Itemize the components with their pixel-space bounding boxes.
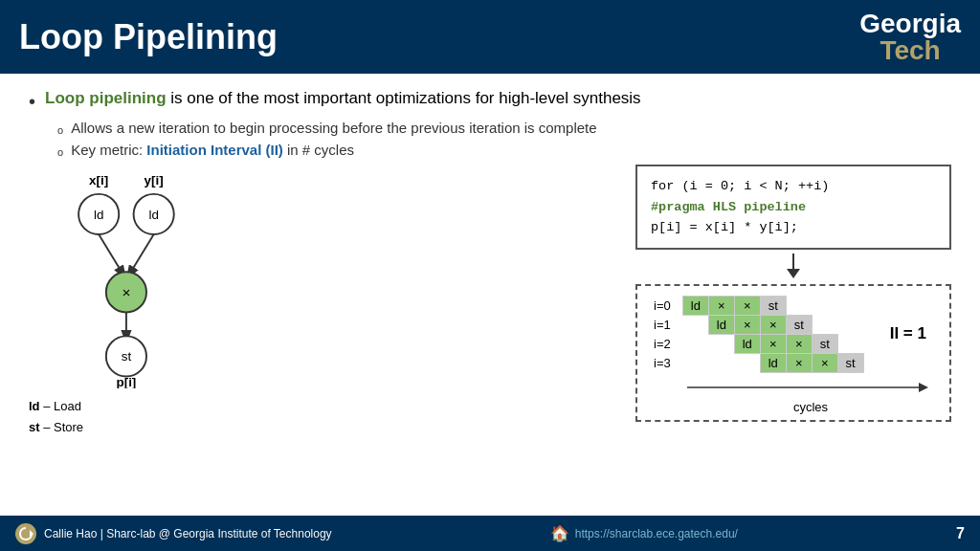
sub-bullet-dot-2: o	[57, 144, 63, 161]
bullet-dot: •	[29, 89, 35, 114]
dataflow-svg: x[i] y[i] ld ld × st p[i]	[29, 168, 220, 388]
slide-title: Loop Pipelining	[19, 17, 278, 57]
svg-text:y[i]: y[i]	[145, 173, 164, 187]
svg-text:×: ×	[122, 284, 130, 300]
svg-line-7	[128, 234, 154, 276]
cell-empty-0c	[837, 296, 863, 315]
cell-x-0a: ×	[708, 296, 734, 315]
svg-marker-18	[919, 383, 928, 392]
ii-label: II = 1	[879, 324, 926, 342]
sub-bullet-dot-1: o	[57, 122, 63, 139]
cell-x-3a: ×	[786, 353, 812, 372]
gt-logo-line1: Georgia	[859, 11, 961, 37]
code-container: for (i = 0; i < N; ++i) #pragma HLS pipe…	[635, 165, 951, 250]
highlight-loop-pipelining: Loop pipelining	[45, 89, 167, 107]
svg-line-6	[99, 234, 124, 276]
footer-author: Callie Hao | Sharc-lab @ Georgia Institu…	[44, 527, 332, 540]
cell-ld-3: ld	[760, 353, 786, 372]
svg-text:p[i]: p[i]	[116, 375, 136, 388]
footer-url: https://sharclab.ece.gatech.edu/	[575, 527, 738, 540]
footer-page: 7	[956, 525, 965, 542]
row-label-2: i=2	[651, 334, 682, 353]
main-bullet-1: • Loop pipelining is one of the most imp…	[29, 87, 951, 114]
cell-x-1b: ×	[760, 315, 786, 334]
code-line-3: p[i] = x[i] * y[i];	[651, 217, 936, 238]
code-box: for (i = 0; i < N; ++i) #pragma HLS pipe…	[635, 165, 951, 422]
code-line-1: for (i = 0; i < N; ++i)	[651, 176, 936, 197]
cell-empty-1b	[812, 315, 837, 334]
svg-text:ld: ld	[148, 208, 158, 222]
svg-marker-16	[787, 269, 800, 278]
svg-text:x[i]: x[i]	[89, 173, 108, 187]
loop-icon	[18, 526, 33, 541]
sub-bullet-2: o Key metric: Initiation Interval (II) i…	[57, 140, 951, 162]
cycles-arrow-svg	[685, 379, 934, 396]
sub-bullet-text-1: Allows a new iteration to begin processi…	[71, 118, 596, 140]
cell-x-2a: ×	[760, 334, 786, 353]
cell-empty-1c	[837, 315, 863, 334]
cell-x-1a: ×	[734, 315, 760, 334]
svg-text:st: st	[122, 349, 132, 364]
cell-empty-1a	[682, 315, 708, 334]
code-line-2: #pragma HLS pipeline	[651, 197, 936, 218]
row-label-3: i=3	[651, 353, 682, 372]
cell-st-0: st	[760, 296, 786, 315]
sub-bullets: o Allows a new iteration to begin proces…	[57, 118, 951, 161]
cell-ld-2: ld	[734, 334, 760, 353]
main-bullet-text: Loop pipelining is one of the most impor…	[45, 87, 641, 110]
cell-empty-3c	[734, 353, 760, 372]
down-arrow	[635, 253, 951, 280]
row-label-0: i=0	[651, 296, 682, 315]
header: Loop Pipelining Georgia Tech	[0, 0, 980, 74]
row-label-1: i=1	[651, 315, 682, 334]
pipeline-table: i=0 ld × × st II = 1 i=1	[651, 296, 936, 373]
svg-text:ld: ld	[94, 208, 103, 222]
sub-bullet-text-2: Key metric: Initiation Interval (II) in …	[71, 140, 354, 162]
cell-ld-1: ld	[708, 315, 734, 334]
cell-empty-3b	[708, 353, 734, 372]
cycles-label: cycles	[685, 400, 936, 414]
dataflow-graph: x[i] y[i] ld ld × st p[i]	[29, 168, 220, 438]
cell-empty-2b	[708, 334, 734, 353]
footer-right: 🏠 https://sharclab.ece.gatech.edu/	[550, 524, 738, 542]
footer-logo-icon	[15, 523, 36, 544]
home-icon: 🏠	[550, 524, 569, 542]
cell-x-3b: ×	[812, 353, 837, 372]
cell-empty-0b	[812, 296, 837, 315]
cell-ld-0: ld	[682, 296, 708, 315]
cell-empty-2c	[837, 334, 863, 353]
cell-x-0b: ×	[734, 296, 760, 315]
sub-bullet-1: o Allows a new iteration to begin proces…	[57, 118, 951, 140]
gt-logo: Georgia Tech	[859, 11, 961, 64]
legend: ld – Load st – Store	[29, 396, 220, 438]
legend-st: st – Store	[29, 417, 220, 438]
cell-empty-3a	[682, 353, 708, 372]
main-content: • Loop pipelining is one of the most imp…	[0, 74, 980, 516]
footer-left: Callie Hao | Sharc-lab @ Georgia Institu…	[15, 523, 332, 544]
cell-st-3: st	[837, 353, 863, 372]
bullet1-rest: is one of the most important optimizatio…	[167, 89, 641, 107]
gt-logo-line2: Tech	[880, 37, 940, 64]
pipeline-container: i=0 ld × × st II = 1 i=1	[635, 284, 951, 422]
cell-empty-2a	[682, 334, 708, 353]
cycles-section: cycles	[651, 379, 936, 414]
cell-empty-0a	[786, 296, 812, 315]
cell-x-2b: ×	[786, 334, 812, 353]
legend-ld: ld – Load	[29, 396, 220, 417]
cell-st-1: st	[786, 315, 812, 334]
footer: Callie Hao | Sharc-lab @ Georgia Institu…	[0, 516, 980, 551]
pipeline-row-0: i=0 ld × × st II = 1	[651, 296, 936, 315]
cell-st-2: st	[812, 334, 837, 353]
